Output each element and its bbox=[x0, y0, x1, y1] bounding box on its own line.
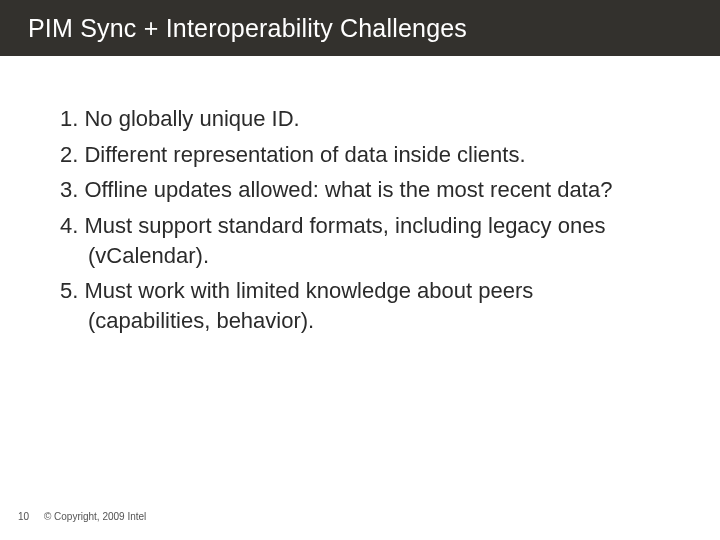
list-item: Must work with limited knowledge about p… bbox=[60, 276, 660, 335]
list-item: Must support standard formats, including… bbox=[60, 211, 660, 270]
page-number: 10 bbox=[18, 511, 29, 522]
list-item: Offline updates allowed: what is the mos… bbox=[60, 175, 660, 205]
slide-body: No globally unique ID. Different represe… bbox=[0, 56, 720, 336]
slide-title: PIM Sync + Interoperability Challenges bbox=[28, 14, 467, 43]
title-bar: PIM Sync + Interoperability Challenges bbox=[0, 0, 720, 56]
slide-footer: 10 © Copyright, 2009 Intel bbox=[18, 511, 146, 522]
list-item: No globally unique ID. bbox=[60, 104, 660, 134]
points-list: No globally unique ID. Different represe… bbox=[60, 104, 660, 336]
list-item: Different representation of data inside … bbox=[60, 140, 660, 170]
copyright-text: © Copyright, 2009 Intel bbox=[44, 511, 146, 522]
slide: PIM Sync + Interoperability Challenges N… bbox=[0, 0, 720, 540]
